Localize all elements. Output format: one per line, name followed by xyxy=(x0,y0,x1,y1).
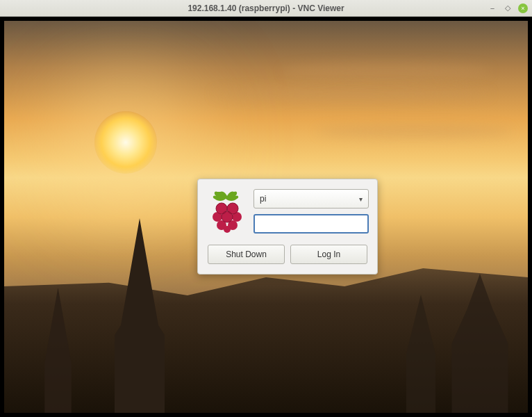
raspberry-pi-logo-icon xyxy=(208,189,247,236)
svg-point-2 xyxy=(213,212,222,222)
chevron-down-icon: ▾ xyxy=(359,195,363,203)
svg-point-7 xyxy=(224,226,231,233)
maximize-button[interactable]: ◇ xyxy=(503,3,513,13)
password-input[interactable] xyxy=(253,214,369,234)
shutdown-button[interactable]: Shut Down xyxy=(208,245,285,264)
close-button[interactable]: × xyxy=(518,3,528,13)
username-value: pi xyxy=(260,194,266,204)
minimize-button[interactable]: − xyxy=(488,3,497,13)
vnc-window: 192.168.1.40 (raspberrypi) - VNC Viewer … xyxy=(0,0,532,417)
login-button[interactable]: Log In xyxy=(290,245,367,264)
window-controls: − ◇ × xyxy=(488,3,528,13)
login-panel: pi ▾ Shut Down Log In xyxy=(197,179,378,275)
username-select[interactable]: pi ▾ xyxy=(253,189,369,208)
titlebar: 192.168.1.40 (raspberrypi) - VNC Viewer … xyxy=(0,0,532,17)
svg-point-4 xyxy=(232,212,242,222)
window-title: 192.168.1.40 (raspberrypi) - VNC Viewer xyxy=(0,3,532,13)
vnc-viewport: pi ▾ Shut Down Log In xyxy=(0,17,532,417)
